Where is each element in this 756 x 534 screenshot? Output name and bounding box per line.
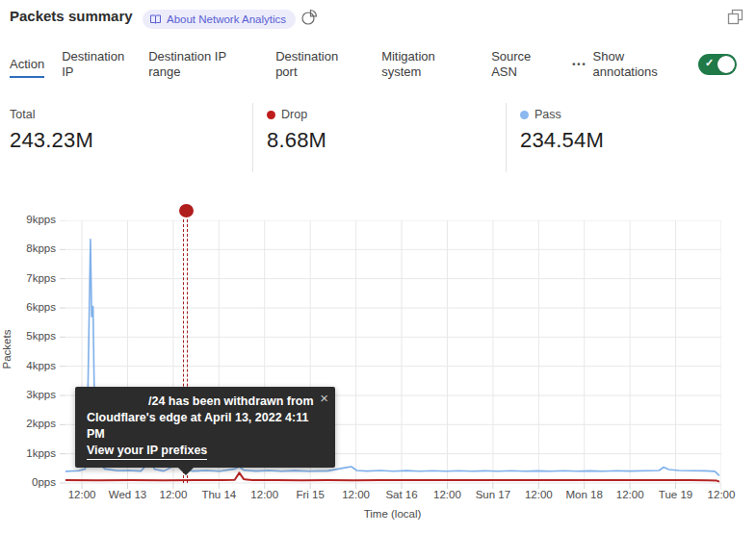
x-tick-label: 12:00 <box>342 489 370 500</box>
show-annotations-label[interactable]: Show annotations <box>593 49 678 80</box>
stats-divider <box>252 103 253 172</box>
x-tick-label: Sat 16 <box>385 489 417 500</box>
tab-mitigation-system[interactable]: Mitigation system <box>381 49 456 80</box>
x-tick-label: 12:00 <box>708 489 736 500</box>
stat-total-label: Total <box>10 108 35 121</box>
tooltip-line2: Cloudflare's edge at April 13, 2022 4:11… <box>87 410 324 443</box>
stat-total: Total 243.23M <box>10 108 93 153</box>
annotation-tooltip: × /24 has been withdrawn from Cloudflare… <box>75 387 335 468</box>
tab-action[interactable]: Action <box>10 57 44 78</box>
stat-pass-label: Pass <box>534 108 561 121</box>
x-tick-label: 12:00 <box>250 489 278 500</box>
x-tick-label: 12:00 <box>616 489 644 500</box>
more-tabs-button[interactable]: ••• <box>572 60 587 69</box>
stat-total-value: 243.23M <box>10 128 93 153</box>
badge-label: About Network Analytics <box>167 13 286 25</box>
y-tick-label: 0pps <box>0 476 56 488</box>
drop-legend-dot <box>267 111 275 119</box>
x-tick-label: Thu 14 <box>201 489 236 500</box>
packets-summary-panel: Packets summary About Network Analytics … <box>0 0 756 534</box>
x-tick-label: Sun 17 <box>476 489 510 500</box>
y-tick-label: 3kpps <box>0 389 56 400</box>
annotation-marker-dot[interactable] <box>179 204 194 217</box>
show-annotations-toggle[interactable]: ✓ <box>698 54 737 75</box>
y-axis-tick-labels: 0pps1kpps2kpps3kpps4kpps5kpps6kpps7kpps8… <box>0 220 56 483</box>
x-tick-label: Tue 19 <box>659 489 692 500</box>
y-tick-label: 8kpps <box>0 242 56 254</box>
dimension-tabs: Action Destination IP Destination IP ran… <box>10 43 746 86</box>
tab-destination-ip-range[interactable]: Destination IP range <box>148 49 241 80</box>
x-tick-label: 12:00 <box>68 489 96 500</box>
toggle-knob <box>717 56 735 73</box>
book-icon <box>149 13 162 25</box>
y-tick-label: 1kpps <box>0 447 56 459</box>
x-tick-label: Fri 15 <box>296 489 324 500</box>
x-tick-label: 12:00 <box>525 489 553 500</box>
toggle-check-icon: ✓ <box>705 57 714 69</box>
y-tick-label: 5kpps <box>0 330 56 342</box>
page-title: Packets summary <box>10 8 133 24</box>
y-tick-label: 4kpps <box>0 360 56 371</box>
y-tick-label: 9kpps <box>0 214 56 225</box>
x-axis-title: Time (local) <box>279 508 506 520</box>
pass-legend-dot <box>520 111 529 119</box>
tooltip-line1: /24 has been withdrawn from <box>87 394 324 410</box>
tab-destination-ip[interactable]: Destination IP <box>62 49 131 80</box>
x-axis-tick-labels: 12:00Wed 1312:00Thu 1412:00Fri 1512:00Sa… <box>60 489 734 504</box>
stat-pass: Pass 234.54M <box>520 108 604 153</box>
drop-series-line <box>65 472 719 481</box>
tab-source-asn[interactable]: Source ASN <box>491 49 541 80</box>
x-tick-label: Mon 18 <box>566 489 603 500</box>
x-tick-label: 12:00 <box>433 489 461 500</box>
y-tick-label: 6kpps <box>0 301 56 313</box>
open-window-icon[interactable] <box>727 9 743 25</box>
y-tick-label: 2kpps <box>0 418 56 429</box>
x-tick-label: 12:00 <box>160 489 188 500</box>
pie-time-icon[interactable] <box>300 9 318 26</box>
tooltip-close-icon[interactable]: × <box>320 390 328 406</box>
view-ip-prefixes-link[interactable]: View your IP prefixes <box>87 443 207 460</box>
x-tick-label: Wed 13 <box>109 489 146 500</box>
tooltip-arrow <box>178 468 194 475</box>
stat-pass-value: 234.54M <box>520 128 604 153</box>
stat-drop: Drop 8.68M <box>267 108 326 153</box>
stat-drop-value: 8.68M <box>267 128 326 153</box>
stat-drop-label: Drop <box>281 108 307 121</box>
stats-divider <box>506 103 507 172</box>
y-tick-label: 7kpps <box>0 272 56 284</box>
tab-destination-port[interactable]: Destination port <box>275 49 349 80</box>
about-network-analytics-badge[interactable]: About Network Analytics <box>143 10 296 29</box>
